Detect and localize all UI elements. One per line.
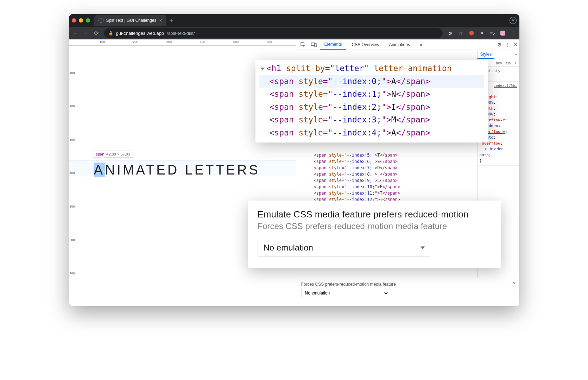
chrome-menu-button[interactable]: ⋮ [510,30,516,36]
bookmark-icon[interactable]: ☆ [458,30,464,36]
tab-strip: Split Text | GUI Challenges × + [69,14,519,27]
new-rule-button[interactable]: + [512,60,519,66]
heading-letter: T [146,163,156,177]
tab-animations[interactable]: Animations [385,40,414,49]
tooltip-dimensions: 42.09 × 57.93 [106,152,130,156]
page-heading: ANIMATED LETTERS [94,163,260,178]
devtools-tabs: Elements CSS Overview Animations » ⚙ ⋮ × [296,39,519,50]
cls-toggle[interactable]: .cls [504,61,512,65]
drawer-close-button[interactable]: × [513,280,516,286]
styles-tab[interactable]: Styles [478,50,495,59]
dom-row[interactable]: <h1 split-by="letter" letter-animation [259,62,484,75]
dom-row[interactable]: <span style="--index:7;">D</span> [314,165,474,171]
reading-list-icon[interactable]: ≡♪ [490,30,495,36]
zoomed-dom-card: <h1 split-by="letter" letter-animation <… [255,60,488,142]
close-window-button[interactable] [72,18,76,23]
tabs-overflow[interactable]: » [416,40,426,49]
window-controls [72,18,90,23]
profile-avatar[interactable] [500,31,505,36]
inspect-element-button[interactable] [298,41,308,49]
address-bar[interactable]: 🔒 gui-challenges.web.app/split-text/dist… [104,28,443,38]
dom-row[interactable]: <span style="--index:0;">A</span> [259,75,484,88]
minimize-window-button[interactable] [79,18,83,23]
back-button[interactable]: ← [72,30,78,36]
lock-icon: 🔒 [108,31,113,36]
new-tab-button[interactable]: + [170,17,174,24]
tab-css-overview[interactable]: CSS Overview [348,40,384,49]
dom-row[interactable]: <span style="--index:8;"> </span> [314,171,474,177]
toolbar-actions: ⌀ ☆ ✦ ≡♪ ⋮ [448,30,516,36]
dom-row[interactable]: <span style="--index:1;">N</span> [259,88,484,101]
forward-button[interactable]: → [83,30,89,36]
ruler-vertical: 100200300400500600700800 [69,39,75,306]
dom-row[interactable]: <span style="--index:3;">M</span> [259,113,484,126]
rendering-desc: Forces CSS prefers-reduced-motion media … [301,282,514,287]
url-path: /split-text/dist/ [167,31,195,36]
emulate-select[interactable]: No emulation [258,239,430,256]
tooltip-tag: span [96,152,105,156]
chevron-down-icon [421,247,425,249]
tab-search-button[interactable] [510,17,517,24]
extension-visbug-icon[interactable] [469,30,474,36]
tab-title: Split Text | GUI Challenges [106,18,157,23]
emulate-subtitle: Forces CSS prefers-reduced-motion media … [258,221,491,231]
reload-button[interactable]: ⟳ [94,30,99,37]
browser-window: Split Text | GUI Challenges × + ← → ⟳ 🔒 … [69,14,519,306]
translate-icon[interactable]: ⌀ [448,30,453,36]
rendering-drawer: × Forces CSS prefers-reduced-motion medi… [296,278,519,306]
heading-letter: T [206,163,216,177]
dom-row[interactable]: <span style="--index:5;">T</span> [314,152,474,158]
favicon-icon [99,18,103,23]
heading-letter: N [105,163,117,177]
devtools-settings-button[interactable]: ⚙ [497,42,502,48]
toolbar: ← → ⟳ 🔒 gui-challenges.web.app/split-tex… [69,27,519,39]
close-tab-button[interactable]: × [159,18,162,23]
styles-tabs-overflow[interactable]: » [513,51,519,58]
heading-letter: T [216,163,226,177]
extensions-icon[interactable]: ✦ [479,30,485,36]
dom-row[interactable]: <span style="--index:4;">A</span> [259,126,484,139]
maximize-window-button[interactable] [86,18,90,23]
caret-down-icon[interactable] [260,68,265,70]
dom-row[interactable]: <span style="--index:10;">E</span> [314,184,474,190]
heading-letter: R [237,163,249,177]
heading-letter: I [117,163,123,177]
svg-point-0 [469,31,474,35]
dom-row[interactable]: <span style="--index:2;">I</span> [259,101,484,114]
heading-letter [179,163,185,177]
heading-letter: L [185,163,195,177]
heading-letter: A [136,163,146,177]
emulate-card: Emulate CSS media feature prefers-reduce… [248,201,501,268]
heading-letter: A [94,163,105,177]
hov-toggle[interactable]: hov [494,61,504,65]
ruler-horizontal: 100200300400500600 [69,39,296,46]
emulation-select[interactable]: No emulation [301,289,389,297]
heading-letter: E [195,163,206,177]
heading-letter: S [249,163,260,177]
dom-row[interactable]: <span style="--index:11;">T</span> [314,190,474,196]
url-domain: gui-challenges.web.app [116,31,164,36]
heading-letter: E [156,163,167,177]
dom-row[interactable]: <span style="--index:6;">E</span> [314,158,474,165]
devtools-menu-button[interactable]: ⋮ [505,42,510,48]
style-declaration[interactable]: overflow: hidden auto; [480,141,517,158]
devtools-close-button[interactable]: × [514,42,517,48]
browser-tab[interactable]: Split Text | GUI Challenges × [94,15,166,26]
tab-elements[interactable]: Elements [320,40,346,50]
emulate-title: Emulate CSS media feature prefers-reduce… [258,209,491,220]
inspect-tooltip: span 42.09 × 57.93 [93,151,133,158]
device-toolbar-button[interactable] [309,41,319,49]
heading-letter: E [226,163,237,177]
dom-row[interactable]: <span style="--index:9;">L</span> [314,177,474,184]
heading-letter: D [167,163,179,177]
heading-letter: M [123,163,136,177]
emulate-value: No emulation [264,243,313,253]
